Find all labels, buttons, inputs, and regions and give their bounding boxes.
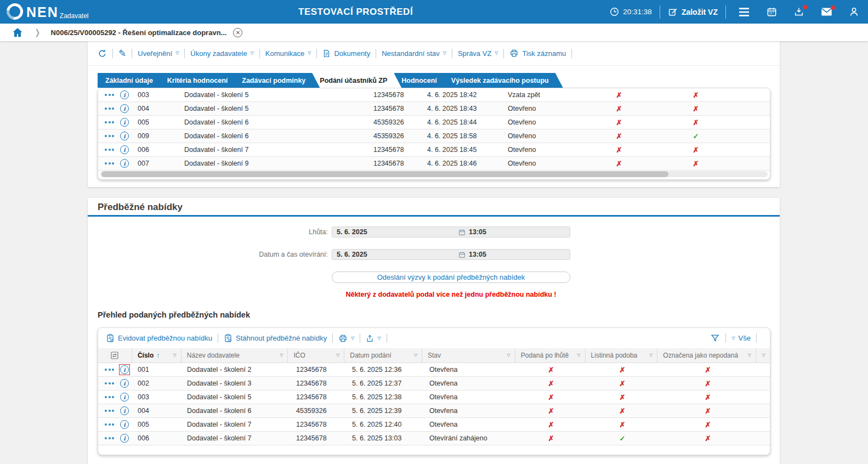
- download-offers-label: Stáhnout předběžné nabídky: [236, 334, 327, 342]
- row-menu-button[interactable]: [98, 404, 117, 417]
- send-call-button[interactable]: Odeslání výzvy k podání předběžných nabí…: [332, 271, 570, 283]
- register-offer-button[interactable]: Evidovat předběžnou nabídku: [106, 333, 212, 343]
- toolbar-item-6[interactable]: Správa VZ▽: [458, 49, 498, 58]
- row-menu-button[interactable]: [98, 116, 117, 129]
- row-menu-button[interactable]: [98, 129, 117, 143]
- calendar-icon[interactable]: [767, 7, 777, 17]
- column-settings-button[interactable]: [98, 348, 132, 363]
- edit-record-icon[interactable]: ✎: [118, 48, 126, 59]
- downloads-icon[interactable]: [793, 7, 804, 17]
- horizontal-scrollbar-thumb[interactable]: [101, 171, 668, 177]
- tab-4[interactable]: Podání účastníků ZP: [312, 73, 401, 88]
- participant-row[interactable]: i009Dodavatel - školení 6453593264. 6. 2…: [98, 129, 770, 143]
- download-offers-button[interactable]: Stáhnout předběžné nabídky: [224, 333, 327, 343]
- history-back-icon[interactable]: [98, 49, 107, 58]
- participant-row[interactable]: i007Dodavatel - školení 9123456784. 6. 2…: [98, 157, 770, 171]
- row-info-button[interactable]: i: [117, 404, 132, 417]
- toolbar-item-7[interactable]: Tisk záznamu: [509, 49, 566, 58]
- row-info-button[interactable]: i: [117, 418, 132, 431]
- tab-3[interactable]: Zadávací podmínky: [234, 73, 320, 88]
- row-menu-button[interactable]: [98, 418, 117, 431]
- row-menu-button[interactable]: [98, 377, 117, 390]
- filter-button[interactable]: [710, 333, 720, 343]
- row-info-button[interactable]: i: [117, 432, 132, 445]
- cell-submitted: 5. 6. 2025 12:39: [345, 404, 423, 417]
- participant-row[interactable]: i003Dodavatel - školení 5123456784. 6. 2…: [98, 88, 770, 102]
- offer-row[interactable]: i006Dodavatel - školení 7123456785. 6. 2…: [98, 432, 770, 445]
- row-info-button[interactable]: i: [117, 377, 132, 390]
- print-button[interactable]: ▽: [338, 334, 354, 343]
- column-header-1[interactable]: Číslo↑▽: [132, 348, 181, 363]
- column-header-2[interactable]: Název dodavatele▽: [181, 348, 288, 363]
- row-menu-button[interactable]: [98, 391, 117, 404]
- tab-2[interactable]: Kritéria hodnocení: [160, 73, 242, 88]
- column-filter-arrow-icon[interactable]: ▽: [173, 353, 177, 358]
- row-info-button[interactable]: i: [117, 88, 132, 101]
- participant-row[interactable]: i005Dodavatel - školení 6453593264. 6. 2…: [98, 116, 770, 129]
- breadcrumb-record[interactable]: N006/25/V00005292 - Řešení optimalizace …: [51, 29, 227, 37]
- toolbar-item-3[interactable]: Komunikace▽: [265, 49, 311, 58]
- row-menu-button[interactable]: [98, 157, 117, 170]
- offer-row[interactable]: i001Dodavatel - školení 2123456785. 6. 2…: [98, 363, 770, 377]
- participant-row[interactable]: i004Dodavatel - školení 5123456784. 6. 2…: [98, 102, 770, 116]
- nen-logo[interactable]: NEN Zadavatel: [7, 1, 89, 23]
- cell-status: Otevřena: [423, 377, 516, 390]
- column-header-5[interactable]: Stav▽: [422, 348, 515, 363]
- tab-1[interactable]: Základní údaje: [98, 73, 167, 88]
- offer-row[interactable]: i002Dodavatel - školení 3123456785. 6. 2…: [98, 377, 770, 391]
- row-menu-button[interactable]: [98, 363, 117, 376]
- column-header-6[interactable]: Podaná po lhůtě▽: [515, 348, 586, 363]
- row-info-button[interactable]: i: [117, 157, 132, 170]
- column-filter-arrow-icon[interactable]: ▽: [414, 353, 417, 358]
- participant-row[interactable]: i006Dodavatel - školení 7123456784. 6. 2…: [98, 143, 770, 157]
- row-info-button[interactable]: i: [117, 391, 132, 404]
- column-filter-arrow-icon[interactable]: ▽: [649, 353, 653, 358]
- close-record-icon[interactable]: ✕: [233, 28, 242, 37]
- toolbar-item-2[interactable]: Úkony zadavatele▽: [190, 49, 254, 58]
- x-mark: ✗: [516, 377, 586, 390]
- menu-icon[interactable]: [738, 7, 750, 17]
- column-header-end[interactable]: ▽: [756, 348, 770, 363]
- home-icon[interactable]: [12, 27, 23, 37]
- toolbar-item-5[interactable]: Nestandardní stav▽: [382, 49, 446, 58]
- toolbar-item-label: Nestandardní stav: [382, 49, 440, 58]
- user-profile-icon[interactable]: [849, 7, 859, 17]
- row-menu-button[interactable]: [98, 143, 117, 156]
- column-filter-arrow-icon[interactable]: ▽: [507, 353, 510, 358]
- export-button[interactable]: ▽: [366, 334, 381, 343]
- column-filter-arrow-icon[interactable]: ▽: [280, 353, 283, 358]
- column-header-3[interactable]: IČO▽: [288, 348, 344, 363]
- info-icon: i: [120, 420, 129, 429]
- column-header-8[interactable]: Označena jako nepodaná▽: [657, 348, 756, 363]
- tab-5[interactable]: Hodnocení: [394, 73, 451, 88]
- cell-ico: 12345678: [368, 102, 422, 115]
- row-info-button[interactable]: i: [117, 116, 132, 129]
- column-filter-arrow-icon[interactable]: ▽: [577, 353, 580, 358]
- row-info-button[interactable]: i: [117, 143, 132, 156]
- opening-field[interactable]: 5. 6. 2025 13:05: [332, 249, 570, 260]
- row-menu-button[interactable]: [98, 102, 117, 115]
- create-vz-button[interactable]: Založit VZ: [668, 7, 718, 17]
- messages-icon[interactable]: [821, 7, 832, 16]
- toolbar-item-1[interactable]: Uveřejnění▽: [138, 49, 179, 58]
- row-info-button[interactable]: i: [117, 129, 132, 143]
- column-filter-arrow-icon[interactable]: ▽: [748, 353, 751, 358]
- info-icon-wrap: i: [119, 103, 130, 114]
- offer-row[interactable]: i005Dodavatel - školení 7123456785. 6. 2…: [98, 418, 770, 432]
- messages-badge: [831, 5, 835, 10]
- offer-row[interactable]: i003Dodavatel - školení 5123456785. 6. 2…: [98, 391, 770, 404]
- column-header-7[interactable]: Listinná podoba▽: [586, 348, 658, 363]
- column-header-label: Název dodavatele: [187, 352, 280, 359]
- row-menu-button[interactable]: [98, 88, 117, 101]
- tab-6[interactable]: Výsledek zadávacího postupu: [444, 73, 563, 88]
- x-mark: ✗: [581, 116, 657, 129]
- view-all-selector[interactable]: ▽ Vše: [731, 334, 751, 342]
- row-info-button[interactable]: i: [117, 102, 132, 115]
- deadline-field[interactable]: 5. 6. 2025 13:05: [332, 227, 570, 237]
- toolbar-item-4[interactable]: Dokumenty: [322, 49, 370, 58]
- column-header-4[interactable]: Datum podání▽: [344, 348, 422, 363]
- row-menu-button[interactable]: [98, 432, 117, 445]
- row-info-button[interactable]: i: [117, 363, 132, 376]
- column-filter-arrow-icon[interactable]: ▽: [336, 353, 339, 358]
- offer-row[interactable]: i004Dodavatel - školení 6453593265. 6. 2…: [98, 404, 770, 418]
